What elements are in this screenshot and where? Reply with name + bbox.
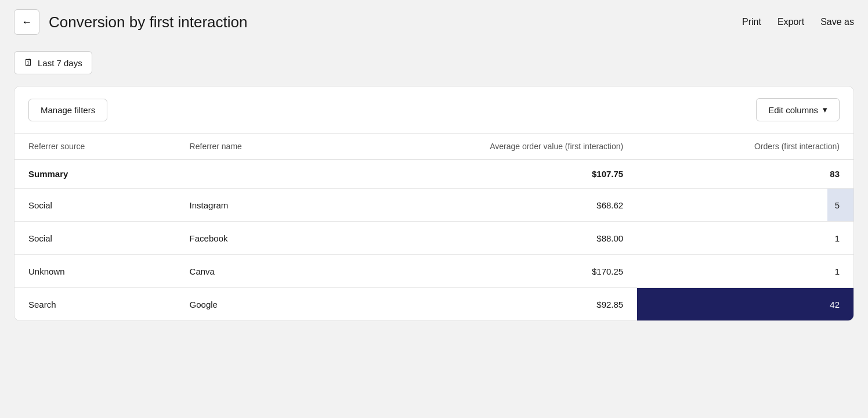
table-row: SocialInstagram$68.625 [15,189,853,222]
filter-row: Manage filters Edit columns ▾ [15,87,853,134]
table-row: UnknownCanva$170.251 [15,255,853,288]
header: ← Conversion by first interaction Print … [0,0,868,44]
cell-avg-order-value: $88.00 [329,222,637,255]
date-filter-label: Last 7 days [38,58,82,68]
col-header-referrer-source: Referrer source [15,134,176,160]
back-button[interactable]: ← [14,9,39,35]
data-table: Referrer source Referrer name Average or… [15,134,853,320]
orders-value: 5 [835,200,840,210]
summary-avg-order-value: $107.75 [329,160,637,189]
header-actions: Print Export Save as [742,17,854,27]
cell-referrer-name: Google [176,288,329,321]
save-as-button[interactable]: Save as [820,17,854,27]
toolbar-row: 🗓 Last 7 days [0,44,868,86]
main-card: Manage filters Edit columns ▾ Referrer s… [14,86,854,321]
cell-referrer-name: Facebook [176,222,329,255]
cell-avg-order-value: $92.85 [329,288,637,321]
manage-filters-button[interactable]: Manage filters [28,99,107,121]
summary-orders: 83 [637,160,853,189]
cell-referrer-name: Canva [176,255,329,288]
export-button[interactable]: Export [777,17,804,27]
calendar-icon: 🗓 [24,57,33,68]
page-title: Conversion by first interaction [49,13,742,31]
orders-value: 42 [830,300,840,309]
table-row: SearchGoogle$92.8542 [15,288,853,321]
cell-referrer-source: Search [15,288,176,321]
chevron-down-icon: ▾ [823,105,827,115]
orders-value: 1 [835,266,840,276]
cell-orders: 5 [637,189,853,222]
col-header-avg-order-value: Average order value (first interaction) [329,134,637,160]
cell-referrer-source: Social [15,222,176,255]
cell-referrer-source: Unknown [15,255,176,288]
back-icon: ← [21,16,32,28]
print-button[interactable]: Print [742,17,761,27]
cell-orders: 1 [637,255,853,288]
cell-referrer-source: Social [15,189,176,222]
col-header-orders: Orders (first interaction) [637,134,853,160]
table-header: Referrer source Referrer name Average or… [15,134,853,160]
orders-value: 1 [835,233,840,243]
table-body: Summary $107.75 83 SocialInstagram$68.62… [15,160,853,321]
cell-avg-order-value: $170.25 [329,255,637,288]
table-row: SocialFacebook$88.001 [15,222,853,255]
cell-referrer-name: Instagram [176,189,329,222]
cell-orders: 42 [637,288,853,321]
summary-label: Summary [15,160,176,189]
cell-orders: 1 [637,222,853,255]
edit-columns-button[interactable]: Edit columns ▾ [756,98,840,121]
col-header-referrer-name: Referrer name [176,134,329,160]
edit-columns-label: Edit columns [768,105,818,115]
summary-referrer-name [176,160,329,189]
cell-avg-order-value: $68.62 [329,189,637,222]
summary-row: Summary $107.75 83 [15,160,853,189]
date-filter-button[interactable]: 🗓 Last 7 days [14,51,92,74]
